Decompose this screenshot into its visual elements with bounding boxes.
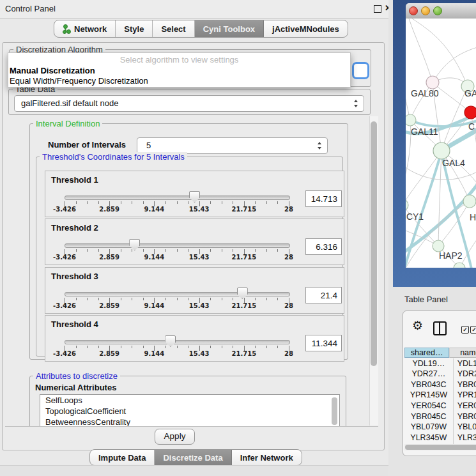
minimize-traffic-light-icon[interactable]	[421, 6, 430, 15]
checkbox-icon[interactable]: ✓	[470, 326, 476, 334]
network-node-h[interactable]	[463, 195, 476, 208]
tick-mark	[121, 249, 121, 252]
cell-name[interactable]: YBR0	[453, 380, 476, 390]
slider-thumb[interactable]	[237, 288, 248, 299]
network-edge[interactable]	[409, 19, 433, 82]
split-columns-icon[interactable]	[433, 321, 447, 335]
table-hscrollbar-thumb[interactable]	[405, 445, 476, 450]
list-scrollbar-thumb[interactable]	[332, 397, 337, 425]
algorithm-combobox[interactable]	[352, 62, 369, 79]
tick-label: 28	[270, 350, 308, 357]
threshold-value-field[interactable]: 6.316	[305, 238, 342, 255]
network-edge[interactable]	[406, 44, 410, 120]
network-edge[interactable]	[406, 151, 441, 205]
column-header-name[interactable]: name	[449, 348, 476, 358]
algorithm-option[interactable]: Equal Width/Frequency Discretization	[10, 76, 148, 86]
network-edge[interactable]	[412, 19, 468, 86]
numerical-attributes-list[interactable]: SelfLoopsTopologicalCoefficientBetweenne…	[40, 394, 340, 427]
table-row[interactable]: YBR045CYBR0	[404, 411, 476, 422]
cell-name[interactable]: YBL0	[453, 422, 476, 433]
combobox-stepper-icon[interactable]	[354, 100, 358, 107]
slider-thumb[interactable]	[129, 239, 140, 250]
tick-mark	[222, 201, 222, 204]
combobox-stepper-icon[interactable]	[318, 142, 322, 150]
attribute-item[interactable]: BetweennessCentrality	[40, 417, 339, 427]
tick-mark	[98, 249, 99, 252]
network-window-titlebar[interactable]	[406, 3, 476, 19]
cell-shared-name[interactable]: YDR27…	[404, 369, 453, 380]
algorithm-hint: Select algorithm to view settings	[8, 55, 350, 65]
cell-name[interactable]: YDR2	[453, 369, 476, 380]
slider-track[interactable]	[65, 292, 290, 296]
cell-shared-name[interactable]: YBR043C	[404, 380, 453, 390]
tick-mark	[277, 346, 278, 348]
tick-mark	[177, 249, 178, 252]
network-window: GAL80GALCGAL11GAL4GCY1HHAP2	[393, 0, 476, 287]
threshold-panel: Threshold 3-3.4262.8599.14415.4321.71528…	[45, 267, 344, 314]
threshold-value-field[interactable]: 11.344	[305, 335, 342, 351]
cell-shared-name[interactable]: YDL19…	[404, 358, 453, 369]
table-row[interactable]: YBR043CYBR0	[404, 380, 476, 390]
table-row[interactable]: YDR27…YDR2	[404, 369, 476, 380]
attribute-item[interactable]: SelfLoops	[40, 395, 339, 406]
column-header-shared-name[interactable]: shared…	[404, 348, 449, 358]
slider-track[interactable]	[65, 340, 290, 344]
network-node-c[interactable]	[464, 106, 476, 119]
slider-thumb[interactable]	[189, 191, 200, 203]
cell-name[interactable]: YER0	[453, 401, 476, 411]
cell-shared-name[interactable]: YLR345W	[404, 433, 453, 443]
cell-name[interactable]: YDL1	[453, 358, 476, 369]
settings-scrollbar[interactable]	[369, 116, 378, 426]
table-data-combobox[interactable]: galFiltered.sif default node	[14, 95, 364, 112]
network-edge-highlight[interactable]	[410, 120, 476, 127]
network-edge[interactable]	[433, 47, 476, 82]
tab-infer-network[interactable]: Infer Network	[232, 450, 302, 465]
tab-impute-data[interactable]: Impute Data	[90, 450, 155, 465]
close-traffic-light-icon[interactable]	[409, 6, 418, 15]
table-row[interactable]: YDL19…YDL1	[404, 358, 476, 369]
table-panel-title: Table Panel	[404, 295, 448, 304]
network-canvas[interactable]: GAL80GALCGAL11GAL4GCY1HHAP2	[406, 19, 476, 268]
tick-mark	[98, 201, 99, 204]
network-node-gal4[interactable]	[433, 142, 450, 159]
tab-cyni-toolbox[interactable]: Cyni Toolbox	[195, 20, 264, 37]
algorithm-option[interactable]: Manual Discretization	[10, 66, 95, 75]
threshold-value-field[interactable]: 14.713	[305, 190, 342, 207]
table-header-row: shared…name	[404, 348, 476, 358]
tick-mark	[188, 298, 188, 300]
tab-style[interactable]: Style	[116, 20, 153, 37]
table-row[interactable]: YPR145WYPR1	[404, 390, 476, 401]
cell-shared-name[interactable]: YER054C	[404, 401, 453, 411]
apply-button[interactable]: Apply	[155, 429, 195, 445]
tick-mark	[255, 201, 256, 204]
cell-name[interactable]: YPR1	[453, 390, 476, 401]
slider-track[interactable]	[65, 243, 290, 248]
cell-name[interactable]: YLR3	[453, 433, 476, 443]
cell-name[interactable]: YBR0	[453, 411, 476, 422]
threshold-value-field[interactable]: 21.4	[305, 287, 342, 303]
table-row[interactable]: YBL079WYBL0	[404, 422, 476, 433]
tab-discretize-data[interactable]: Discretize Data	[155, 450, 231, 465]
tab-network[interactable]: Network	[54, 20, 116, 37]
attribute-item[interactable]: TopologicalCoefficient	[40, 406, 339, 417]
zoom-traffic-light-icon[interactable]	[433, 6, 442, 15]
cell-shared-name[interactable]: YPR145W	[404, 390, 453, 401]
network-node-gal80[interactable]	[426, 76, 439, 89]
checkbox-icon[interactable]: ✓	[461, 326, 469, 334]
slider-thumb[interactable]	[165, 335, 176, 347]
cell-shared-name[interactable]: YBL079W	[404, 422, 453, 433]
tab-select[interactable]: Select	[153, 20, 194, 37]
network-node-label: GAL4	[442, 158, 465, 168]
table-row[interactable]: YER054CYER0	[404, 401, 476, 411]
gear-icon[interactable]: ⚙	[412, 319, 423, 332]
settings-scrollbar-thumb[interactable]	[371, 121, 377, 366]
slider-track[interactable]	[65, 196, 290, 200]
float-panel-icon[interactable]	[374, 5, 381, 13]
cell-shared-name[interactable]: YBR045C	[404, 411, 453, 422]
network-node-gal11[interactable]	[406, 114, 416, 126]
tab-jactivemnodules[interactable]: jActiveMNodules	[264, 20, 348, 37]
table-hscrollbar[interactable]	[404, 444, 476, 450]
table-row[interactable]: YLR345WYLR3	[404, 433, 476, 443]
network-node-gcy1[interactable]	[406, 199, 408, 211]
network-edge[interactable]	[406, 120, 411, 185]
